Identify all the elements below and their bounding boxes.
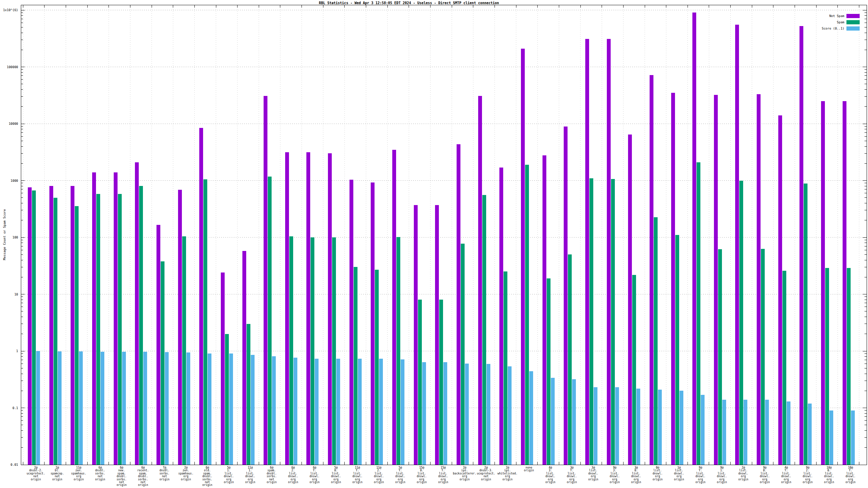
bar-score <box>143 352 147 465</box>
y-tick-label: 1000 <box>10 179 18 182</box>
bar-spam <box>418 300 422 465</box>
bar-not-spam <box>650 75 653 465</box>
x-category-label: origin <box>481 478 491 481</box>
y-tick-label: 1x10^{6} <box>3 8 18 12</box>
x-category-label: origin <box>288 481 298 484</box>
bar-spam <box>75 206 79 465</box>
bar-score <box>336 359 340 465</box>
legend: Not SpamSpamScore (0..1) <box>822 14 860 31</box>
bar-spam <box>739 181 743 465</box>
bar-not-spam <box>564 127 568 465</box>
bar-score <box>208 353 211 465</box>
bar-spam <box>118 194 122 465</box>
bar-spam <box>825 268 829 465</box>
bar-spam <box>289 236 293 465</box>
bar-score <box>487 364 490 465</box>
bar-score <box>658 390 662 465</box>
bar-score <box>186 352 190 465</box>
bar-spam <box>139 186 143 465</box>
bar-score <box>572 379 576 465</box>
bar-not-spam <box>843 101 846 465</box>
bar-not-spam <box>221 273 225 465</box>
bar-not-spam <box>714 95 718 465</box>
x-category-label: origin <box>652 478 662 481</box>
bar-spam <box>311 237 314 465</box>
x-category-label: origin <box>181 478 191 481</box>
y-tick-label: 100000 <box>7 65 18 69</box>
x-category-label: origin <box>245 481 255 484</box>
x-category-label: origin <box>503 478 513 481</box>
bar-spam <box>482 195 486 465</box>
bar-spam <box>54 198 57 465</box>
bar-score <box>165 352 169 465</box>
bar-score <box>636 389 640 465</box>
bar-score <box>422 362 426 465</box>
bar-not-spam <box>542 155 546 465</box>
x-category-label: origin <box>224 481 234 484</box>
bar-score <box>615 387 619 465</box>
bar-score <box>229 353 233 465</box>
y-tick-label: 1 <box>16 349 18 353</box>
bar-spam <box>461 244 465 465</box>
chart-canvas: 0.010.11101001000100001000001x10^{6}2@dn… <box>0 0 868 488</box>
bar-score <box>701 395 705 465</box>
y-tick-label: 0.1 <box>13 406 18 410</box>
axis-labels-layer: 0.010.11101001000100001000001x10^{6}2@dn… <box>3 8 856 487</box>
bar-not-spam <box>328 153 332 465</box>
bar-score <box>358 359 362 465</box>
bar-score <box>443 362 447 465</box>
x-category-label: origin <box>202 483 212 487</box>
bar-score <box>787 401 790 465</box>
bar-not-spam <box>242 251 246 465</box>
bar-spam <box>654 217 658 465</box>
bar-not-spam <box>285 152 289 465</box>
bar-not-spam <box>607 39 611 465</box>
bar-spam <box>804 184 807 465</box>
x-category-label: origin <box>717 481 727 484</box>
x-category-label: origin <box>31 478 41 481</box>
x-category-label: origin <box>588 478 598 481</box>
bar-not-spam <box>778 115 782 465</box>
bar-spam <box>396 237 400 465</box>
bar-not-spam <box>628 135 632 465</box>
bar-spam <box>96 194 100 465</box>
x-category-label: origin <box>781 481 791 484</box>
bar-not-spam <box>499 168 503 465</box>
bar-spam <box>225 334 229 465</box>
bar-not-spam <box>349 180 353 465</box>
bar-score <box>272 356 276 465</box>
bar-not-spam <box>71 186 74 465</box>
bar-spam <box>761 249 765 465</box>
bar-spam <box>247 324 250 465</box>
x-category-label: origin <box>310 481 320 484</box>
x-category-label: origin <box>610 481 620 484</box>
rbl-statistics-chart: 0.010.11101001000100001000001x10^{6}2@dn… <box>0 0 868 488</box>
bar-spam <box>568 254 572 465</box>
bar-not-spam <box>435 205 439 465</box>
bar-score <box>379 359 383 465</box>
x-category-label: origin <box>374 481 384 484</box>
bar-not-spam <box>692 13 696 465</box>
y-tick-label: 0.01 <box>10 463 18 466</box>
bar-score <box>765 400 769 465</box>
x-category-label: origin <box>438 481 448 484</box>
bar-spam <box>675 235 679 465</box>
bar-not-spam <box>671 93 675 465</box>
x-category-label: origin <box>631 481 641 484</box>
x-category-label: origin <box>824 481 834 484</box>
x-category-label: origin <box>116 483 127 487</box>
bar-spam <box>504 271 507 465</box>
x-category-label: origin <box>760 481 770 484</box>
bar-not-spam <box>457 144 460 465</box>
bar-spam <box>332 237 336 465</box>
bar-score <box>529 371 533 465</box>
y-tick-label: 10000 <box>9 122 18 125</box>
bar-score <box>58 351 62 465</box>
bar-not-spam <box>49 186 53 465</box>
bar-spam <box>718 249 722 465</box>
bar-score <box>808 404 812 465</box>
bar-spam <box>611 179 615 465</box>
bar-score <box>722 400 726 465</box>
bar-score <box>829 410 833 465</box>
bar-score <box>680 391 683 465</box>
